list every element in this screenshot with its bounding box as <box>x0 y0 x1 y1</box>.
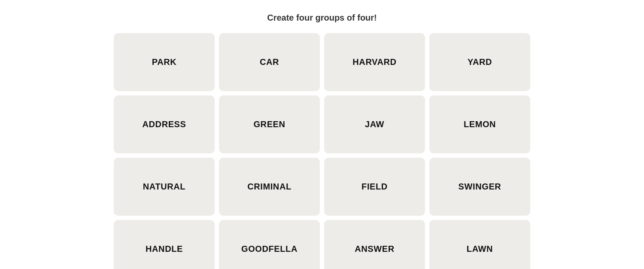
grid-cell-lemon[interactable]: LEMON <box>429 95 530 153</box>
grid-cell-jaw[interactable]: JAW <box>324 95 425 153</box>
cell-label-yard: YARD <box>468 57 492 67</box>
cell-label-handle: HANDLE <box>146 244 183 254</box>
page-title: Create four groups of four! <box>267 13 377 23</box>
grid-cell-natural[interactable]: NATURAL <box>114 158 215 216</box>
cell-label-car: CAR <box>260 57 279 67</box>
grid-cell-yard[interactable]: YARD <box>429 33 530 91</box>
cell-label-lemon: LEMON <box>464 119 496 129</box>
cell-label-answer: ANSWER <box>355 244 395 254</box>
cell-label-natural: NATURAL <box>143 182 185 192</box>
grid-cell-green[interactable]: GREEN <box>219 95 320 153</box>
cell-label-park: PARK <box>152 57 177 67</box>
grid-cell-park[interactable]: PARK <box>114 33 215 91</box>
grid-cell-harvard[interactable]: HARVARD <box>324 33 425 91</box>
grid-cell-handle[interactable]: HANDLE <box>114 220 215 269</box>
cell-label-green: GREEN <box>253 119 285 129</box>
cell-label-jaw: JAW <box>365 119 384 129</box>
grid-cell-criminal[interactable]: CRIMINAL <box>219 158 320 216</box>
grid-cell-swinger[interactable]: SWINGER <box>429 158 530 216</box>
cell-label-swinger: SWINGER <box>459 182 501 192</box>
cell-label-field: FIELD <box>361 182 388 192</box>
grid-cell-goodfella[interactable]: GOODFELLA <box>219 220 320 269</box>
grid-cell-answer[interactable]: ANSWER <box>324 220 425 269</box>
word-grid: PARKCARHARVARDYARDADDRESSGREENJAWLEMONNA… <box>114 33 530 269</box>
cell-label-address: ADDRESS <box>143 119 186 129</box>
grid-cell-lawn[interactable]: LAWN <box>429 220 530 269</box>
grid-cell-address[interactable]: ADDRESS <box>114 95 215 153</box>
cell-label-criminal: CRIMINAL <box>247 182 292 192</box>
cell-label-goodfella: GOODFELLA <box>241 244 298 254</box>
grid-cell-car[interactable]: CAR <box>219 33 320 91</box>
cell-label-harvard: HARVARD <box>352 57 396 67</box>
cell-label-lawn: LAWN <box>467 244 493 254</box>
grid-cell-field[interactable]: FIELD <box>324 158 425 216</box>
